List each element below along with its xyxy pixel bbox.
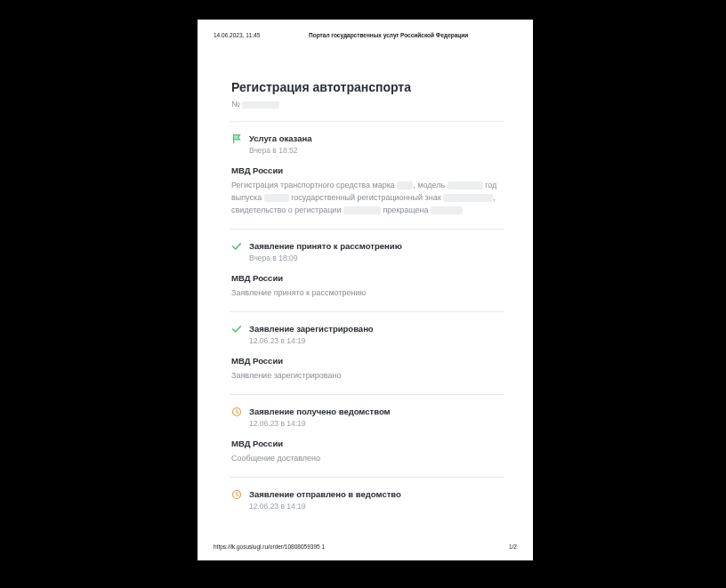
check-icon xyxy=(231,324,242,334)
redacted xyxy=(264,194,289,202)
check-icon xyxy=(231,241,242,252)
page-number: 1/2 xyxy=(509,544,517,550)
step-description: Заявление зарегистрировано xyxy=(231,369,503,382)
redacted-number xyxy=(242,101,279,109)
status-step: Услуга оказана Вчера в 18:52 МВД России … xyxy=(231,133,503,216)
redacted xyxy=(343,206,381,214)
divider xyxy=(230,121,504,122)
step-title: Заявление получено ведомством xyxy=(249,407,391,416)
divider xyxy=(230,394,504,395)
step-time: 12.06.23 в 14:19 xyxy=(231,419,503,428)
redacted xyxy=(397,181,413,189)
document-page: 14.06.2023, 11:45 Портал государственных… xyxy=(198,20,533,560)
clock-icon xyxy=(231,407,242,417)
redacted xyxy=(443,194,493,202)
step-time: Вчера в 18:52 xyxy=(231,146,503,155)
step-description: Заявление принято к рассмотрению xyxy=(231,286,503,299)
step-description: Регистрация транспортного средства марка… xyxy=(231,179,503,216)
flag-icon xyxy=(231,133,242,144)
page-header: 14.06.2023, 11:45 Портал государственных… xyxy=(214,32,517,38)
status-step: Заявление зарегистрировано 12.06.23 в 14… xyxy=(231,323,503,382)
step-time: 12.06.23 в 14:19 xyxy=(231,336,503,345)
step-org: МВД России xyxy=(231,273,503,283)
step-title: Заявление отправлено в ведомство xyxy=(249,489,401,499)
page-footer: https://lk.gosuslugi.ru/order/1080805939… xyxy=(214,544,517,550)
number-label: № xyxy=(231,100,240,109)
status-step: Заявление получено ведомством 12.06.23 в… xyxy=(231,406,503,464)
step-time: Вчера в 18:09 xyxy=(231,254,503,262)
step-org: МВД России xyxy=(231,439,503,448)
status-step: Заявление отправлено в ведомство 12.06.2… xyxy=(231,488,503,511)
step-title: Услуга оказана xyxy=(249,133,312,143)
application-number: № xyxy=(231,100,503,109)
step-org: МВД России xyxy=(231,165,503,175)
step-time: 12.06.23 в 14:19 xyxy=(231,502,503,511)
clock-icon xyxy=(231,489,242,500)
content: Регистрация автотранспорта № Услуга оказ… xyxy=(231,80,503,516)
page-title: Регистрация автотранспорта xyxy=(231,80,503,94)
redacted xyxy=(431,206,463,214)
divider xyxy=(230,229,504,230)
step-title: Заявление принято к рассмотрению xyxy=(249,241,402,251)
step-title: Заявление зарегистрировано xyxy=(249,324,374,334)
footer-url: https://lk.gosuslugi.ru/order/1080805939… xyxy=(214,544,325,550)
divider xyxy=(230,311,504,312)
redacted xyxy=(448,181,483,189)
step-description: Сообщение доставлено xyxy=(231,452,503,464)
step-org: МВД России xyxy=(231,356,503,366)
status-step: Заявление принято к рассмотрению Вчера в… xyxy=(231,240,503,299)
divider xyxy=(230,477,504,478)
print-datetime: 14.06.2023, 11:45 xyxy=(214,32,260,38)
